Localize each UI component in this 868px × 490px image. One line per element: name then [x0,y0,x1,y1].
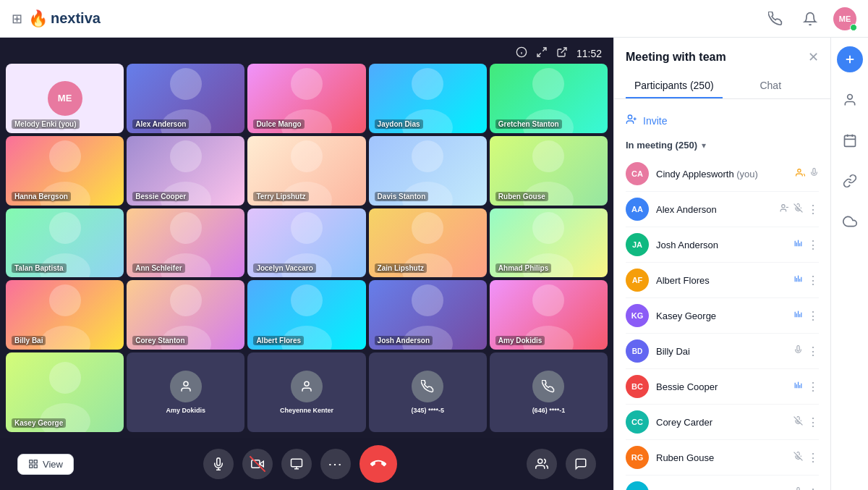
tile-label: Jaydon Dias [375,119,423,129]
video-tile-phone: Amy Dokidis Amy Dokidis [127,352,244,432]
participant-icons: ⋮ [793,380,819,394]
video-tile: Ahmad Philips [490,208,608,278]
video-tile: Alex Anderson [127,64,244,133]
user-avatar[interactable]: ME [833,7,856,30]
tile-label: Amy Dokidis [495,336,545,345]
logo-flame: 🔥 [28,9,48,28]
mic-icon [809,168,819,179]
svg-point-30 [412,212,443,244]
grid-icon[interactable]: ⊞ [12,11,22,27]
svg-rect-55 [252,460,260,468]
avatar: BD [626,339,649,363]
svg-point-64 [782,205,785,208]
more-button[interactable]: ⋯ [320,449,351,479]
more-icon[interactable]: ⋮ [807,415,819,429]
participant-row: JA Josh Anderson ⋮ [626,229,819,261]
svg-point-40 [412,284,443,316]
more-icon[interactable]: ⋮ [807,451,819,465]
close-button[interactable]: ✕ [808,49,819,65]
svg-point-63 [798,169,801,172]
avatar: JA [626,233,649,256]
add-button[interactable] [837,46,863,72]
speaking-icon [793,381,803,392]
sidebar-cloud-icon[interactable] [837,208,863,235]
more-icon[interactable]: ⋮ [807,486,819,491]
svg-point-8 [291,68,323,100]
chat-button[interactable] [566,449,596,479]
phone-avatar [291,371,323,402]
video-tile: Ann Schleifer [127,208,244,278]
more-icon[interactable]: ⋮ [807,238,819,252]
video-tile: Kasey George [6,352,124,432]
participant-icons: ⋮ [793,451,819,465]
nav-icons: ME [764,7,856,30]
participant-icons: ⋮ [793,309,819,323]
participant-row: AA Alex Anderson ⋮ [626,193,819,225]
participant-row: BC Bessie Cooper ⋮ [626,371,819,402]
svg-point-45 [40,403,90,432]
phone-avatar [170,371,202,402]
svg-line-5 [561,48,566,53]
tile-label: Bessie Cooper [132,192,189,201]
phone-icon-tile-2 [532,371,564,402]
info-icon[interactable] [516,46,527,61]
mic-button[interactable] [203,449,234,479]
more-icon[interactable]: ⋮ [807,274,819,287]
tile-label: Hanna Bergson [12,192,71,201]
participant-name: Billy Dai [656,346,786,357]
participant-row: BD Billy Dai ⋮ [626,335,819,367]
svg-point-12 [532,68,564,100]
participant-icons: ⋮ [793,345,819,358]
sidebar-link-icon[interactable] [837,168,863,194]
view-button[interactable]: View [17,454,74,475]
share-button[interactable] [281,449,312,479]
svg-line-3 [542,48,546,51]
bell-icon-btn[interactable] [799,7,822,30]
participant-icons: ⋮ [780,203,819,216]
more-icon[interactable]: ⋮ [807,345,819,358]
video-controls: View ⋯ [0,438,613,490]
invite-icon [626,114,637,128]
svg-point-38 [291,284,323,316]
svg-point-42 [532,284,564,316]
expand-icon[interactable] [536,46,548,61]
participant-name: Josh Anderson [656,240,786,250]
svg-point-59 [538,459,542,463]
mic-icon [793,487,803,490]
in-meeting-header: In meeting (250) ▾ [626,140,819,151]
svg-point-10 [412,68,443,100]
avatar: AA [626,198,649,221]
more-icon[interactable]: ⋮ [807,380,819,394]
logo: 🔥 nextiva [28,9,101,28]
tab-participants[interactable]: Participants (250) [626,74,723,98]
chevron-down-icon[interactable]: ▾ [702,140,706,151]
panel-body: Invite In meeting (250) ▾ CA Cindy Apple… [614,99,830,490]
participant-row: RG Ruben Gouse ⋮ [626,442,819,473]
speaking-icon [793,239,803,250]
camera-button[interactable] [242,449,273,479]
popout-icon[interactable] [556,46,568,61]
phone-icon-btn[interactable] [764,7,787,30]
tab-chat[interactable]: Chat [723,74,820,98]
sidebar-calendar-icon[interactable] [837,127,863,153]
main-content: 11:52 ME Melody Enki (you) Alex Anderson [0,38,868,490]
video-tile: Gretchen Stanton [490,64,608,133]
svg-point-47 [305,381,309,386]
end-call-button[interactable] [359,445,397,483]
sidebar-person-icon[interactable] [837,87,863,113]
video-tile: Corey Stanton [127,280,244,350]
svg-point-24 [49,212,81,244]
more-icon[interactable]: ⋮ [807,309,819,323]
mic-icon [793,345,803,357]
participant-name: Corey Carder [656,417,786,428]
participant-name: Alex Anderson [656,204,773,215]
participant-row: KG Kasey George ⋮ [626,300,819,331]
svg-point-20 [412,140,443,172]
more-icon[interactable]: ⋮ [807,203,819,216]
self-avatar: ME [48,81,82,116]
participants-button[interactable] [527,449,557,479]
svg-rect-50 [34,465,37,468]
svg-point-6 [170,68,202,100]
invite-button[interactable]: Invite [626,108,819,134]
video-tile: Davis Stanton [369,136,487,206]
